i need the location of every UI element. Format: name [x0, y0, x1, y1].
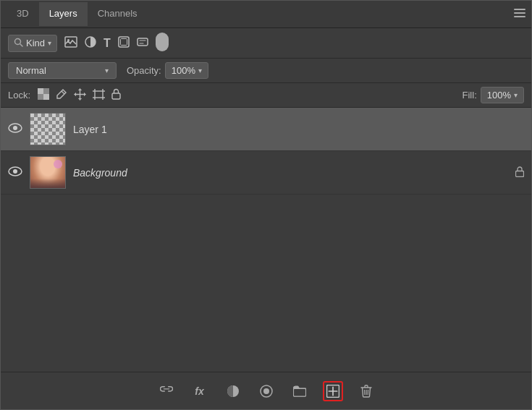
svg-point-36 [263, 388, 269, 394]
lock-artboard-icon[interactable] [93, 89, 105, 102]
svg-rect-11 [38, 88, 43, 94]
new-group-button[interactable] [290, 381, 310, 401]
opacity-label: Opacity: [127, 65, 161, 76]
tab-3d[interactable]: 3D [7, 2, 39, 26]
filter-row: Kind ▾ T [1, 28, 531, 59]
fill-chevron-icon: ▾ [514, 91, 518, 99]
svg-rect-14 [38, 94, 43, 100]
fill-select[interactable]: 100% ▾ [481, 87, 524, 103]
lock-position-icon[interactable] [74, 88, 86, 103]
new-fill-adjustment-button[interactable] [223, 381, 243, 401]
image-filter-icon[interactable] [64, 36, 77, 50]
layer-lock-icon-background [515, 166, 524, 179]
tab-layers[interactable]: Layers [39, 2, 88, 26]
lock-label: Lock: [8, 90, 30, 101]
svg-rect-2 [514, 16, 525, 17]
lock-all-icon[interactable] [111, 88, 121, 102]
lock-icons [38, 88, 121, 103]
layer-thumbnail-background [30, 156, 66, 189]
layer-item-background[interactable]: Background [1, 151, 531, 195]
opacity-group: Opacity: 100% ▾ [127, 62, 208, 79]
svg-point-29 [13, 126, 17, 130]
kind-label: Kind [26, 38, 45, 48]
fx-label: fx [195, 385, 203, 397]
svg-rect-0 [514, 9, 525, 10]
blend-chevron-icon: ▾ [105, 67, 109, 74]
opacity-value-text: 100% [172, 65, 195, 76]
lock-transparent-icon[interactable] [38, 88, 49, 102]
layers-panel: 3D Layers Channels Kind ▾ [0, 0, 532, 410]
svg-rect-1 [514, 12, 525, 14]
bottom-toolbar: fx [1, 372, 531, 409]
visibility-icon-layer1[interactable] [8, 122, 22, 137]
smart-filter-icon[interactable] [137, 36, 148, 50]
layers-list: Layer 1 Background [1, 108, 531, 372]
opacity-select[interactable]: 100% ▾ [165, 62, 208, 79]
svg-rect-10 [138, 38, 148, 46]
shape-filter-icon[interactable] [118, 36, 130, 50]
svg-line-4 [20, 44, 22, 46]
tab-bar: 3D Layers Channels [1, 1, 531, 28]
svg-point-31 [13, 169, 17, 174]
svg-rect-13 [43, 88, 49, 94]
svg-point-3 [15, 38, 21, 44]
tab-channels[interactable]: Channels [88, 2, 148, 26]
svg-rect-27 [112, 93, 120, 99]
lock-row: Lock: [1, 83, 531, 108]
fill-value-text: 100% [487, 90, 511, 101]
fill-label: Fill: [463, 90, 477, 101]
layer-thumbnail-layer1 [30, 113, 66, 145]
svg-line-15 [62, 91, 64, 94]
fx-button[interactable]: fx [190, 381, 210, 401]
visibility-icon-background[interactable] [8, 166, 22, 180]
layer-item-layer1[interactable]: Layer 1 [1, 108, 531, 151]
filter-icons: T [64, 33, 169, 54]
layer-name-layer1: Layer 1 [73, 124, 524, 135]
blend-mode-select[interactable]: Normal ▾ [8, 62, 117, 79]
kind-chevron-icon: ▾ [48, 39, 51, 47]
kind-select[interactable]: Kind ▾ [8, 35, 57, 52]
svg-rect-9 [120, 39, 127, 46]
fill-group: Fill: 100% ▾ [463, 87, 524, 103]
blend-row: Normal ▾ Opacity: 100% ▾ [1, 59, 531, 83]
link-layers-button[interactable] [156, 381, 177, 401]
adjustment-filter-icon[interactable] [85, 36, 96, 50]
opacity-chevron-icon: ▾ [198, 67, 202, 74]
new-layer-style-button[interactable] [256, 381, 276, 401]
lock-pixel-icon[interactable] [56, 88, 67, 102]
svg-rect-38 [293, 388, 305, 396]
svg-rect-18 [95, 91, 103, 98]
panel-menu-icon[interactable] [514, 8, 525, 21]
svg-rect-12 [43, 94, 49, 100]
filter-toggle-icon[interactable] [156, 33, 169, 54]
delete-layer-button[interactable] [356, 381, 376, 401]
svg-point-6 [67, 39, 69, 41]
layer-name-background: Background [73, 167, 508, 179]
type-filter-icon[interactable]: T [104, 37, 111, 50]
search-icon [14, 38, 23, 49]
svg-rect-32 [516, 171, 524, 176]
new-layer-button[interactable] [323, 381, 343, 401]
blend-mode-label: Normal [16, 65, 46, 76]
